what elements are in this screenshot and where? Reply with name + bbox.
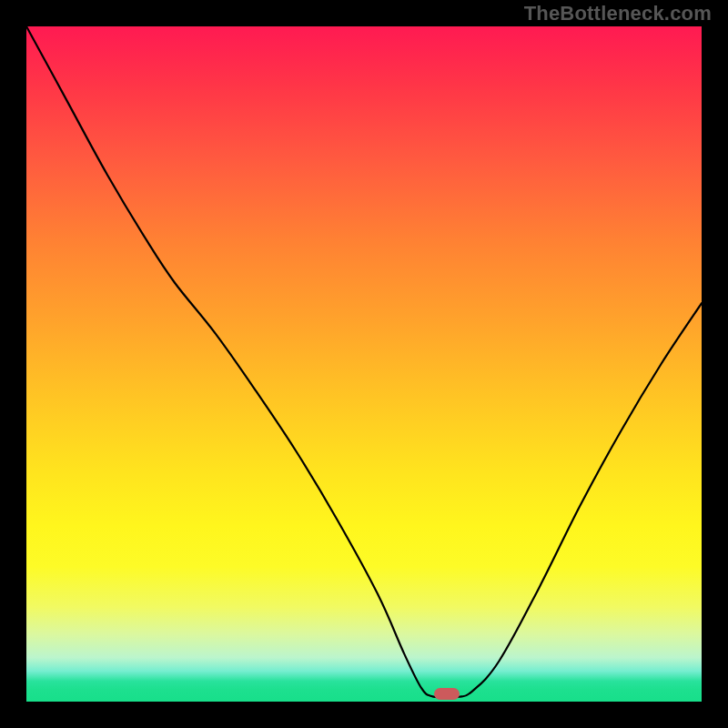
- optimum-marker: [434, 688, 460, 700]
- bottleneck-curve: [26, 26, 702, 702]
- chart-frame: TheBottleneck.com: [0, 0, 728, 728]
- plot-area: [26, 26, 702, 702]
- watermark-text: TheBottleneck.com: [524, 2, 712, 25]
